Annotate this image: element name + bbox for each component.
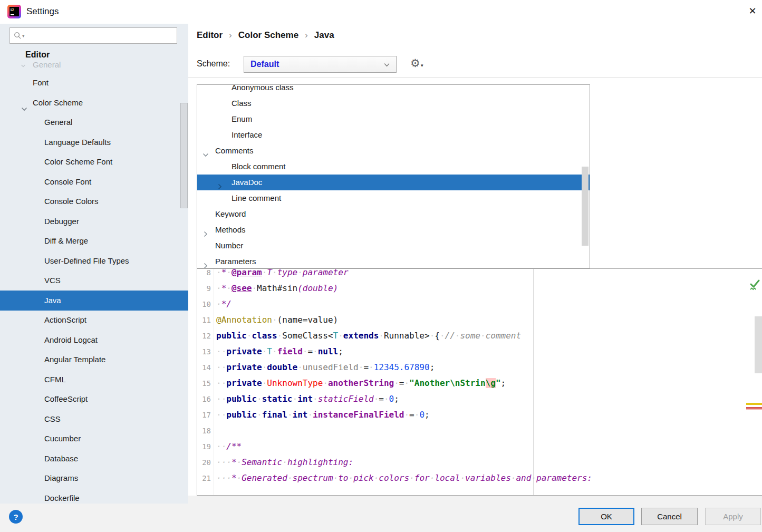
whitespace-dots: ·· xyxy=(216,394,226,404)
code-token-plain: ·=· xyxy=(359,362,374,372)
list-item-comments[interactable]: Comments xyxy=(197,143,590,159)
sidebar-item-language-defaults[interactable]: Language Defaults xyxy=(0,132,188,152)
sidebar-item-css[interactable]: CSS xyxy=(0,409,188,429)
code-line-21[interactable]: 21···*·Generated·spectrum·to·pick·colors… xyxy=(197,470,762,486)
sidebar-item-diagrams[interactable]: Diagrams xyxy=(0,468,188,488)
code-token-plain: ·SomeClass< xyxy=(277,331,333,341)
list-item-class[interactable]: Class xyxy=(197,95,590,111)
list-item-parameters[interactable]: Parameters xyxy=(197,254,590,268)
editor-scrollbar-thumb[interactable] xyxy=(755,316,762,373)
ok-button[interactable]: OK xyxy=(578,508,634,525)
code-line-19[interactable]: 19··/** xyxy=(197,439,762,454)
close-button[interactable]: ✕ xyxy=(744,2,761,20)
help-button[interactable]: ? xyxy=(9,510,23,524)
whitespace-dots: ·· xyxy=(216,362,226,372)
code-line-16[interactable]: 16··public·static·int·staticField·=·0; xyxy=(197,391,762,407)
scheme-settings-button[interactable]: ⚙ ▾ xyxy=(409,56,428,73)
sidebar-item-vcs[interactable]: VCS xyxy=(0,270,188,291)
list-item-line-comment[interactable]: Line comment xyxy=(197,190,590,206)
sidebar-item-cfml[interactable]: CFML xyxy=(0,370,188,390)
list-scrollbar-thumb[interactable] xyxy=(582,167,589,246)
code-token-doc: ·T·type·parameter xyxy=(262,268,349,277)
whitespace-dots: · xyxy=(272,315,277,325)
sidebar-header-editor[interactable]: Editor xyxy=(25,50,50,60)
sidebar-item-console-colors[interactable]: Console Colors xyxy=(0,191,188,211)
whitespace-dots: · xyxy=(359,362,364,372)
apply-button[interactable]: Apply xyxy=(705,508,761,525)
sidebar-item-android-logcat[interactable]: Android Logcat xyxy=(0,330,188,350)
cancel-button[interactable]: Cancel xyxy=(641,508,698,525)
code-text: ··public·final·int·instanceFinalField·=·… xyxy=(216,410,430,420)
sidebar-item-actionscript[interactable]: ActionScript xyxy=(0,310,188,330)
sidebar-item-color-scheme[interactable]: Color Scheme xyxy=(0,93,188,113)
sidebar-item-label: CSS xyxy=(44,409,61,429)
list-item-anonymous-class[interactable]: Anonymous class xyxy=(197,84,590,95)
scheme-select[interactable]: Default xyxy=(244,56,397,73)
sidebar-item-color-scheme-font[interactable]: Color Scheme Font xyxy=(0,152,188,172)
sidebar-item-user-defined-file-types[interactable]: User-Defined File Types xyxy=(0,251,188,271)
chevron-right-icon[interactable] xyxy=(202,258,209,268)
list-item-enum[interactable]: Enum xyxy=(197,111,590,127)
code-line-17[interactable]: 17··public·final·int·instanceFinalField·… xyxy=(197,407,762,423)
search-dropdown-arrow-icon[interactable]: ▾ xyxy=(22,33,25,38)
code-token-unused: unusedField xyxy=(303,362,359,372)
sidebar-item-coffeescript[interactable]: CoffeeScript xyxy=(0,389,188,409)
code-token-doc: ·*/ xyxy=(216,299,232,309)
line-number: 14 xyxy=(197,360,211,375)
whitespace-dots: · xyxy=(262,346,267,356)
sidebar-scrollbar-thumb[interactable] xyxy=(180,103,188,208)
code-line-20[interactable]: 20···*·Semantic·highlighting: xyxy=(197,454,762,470)
code-line-10[interactable]: 10·*/ xyxy=(197,296,762,312)
list-item-methods[interactable]: Methods xyxy=(197,222,590,238)
code-token-doc: ·*· xyxy=(216,283,232,293)
line-number: 8 xyxy=(197,268,211,280)
settings-search[interactable]: ▾ xyxy=(9,27,177,44)
whitespace-dots: · xyxy=(262,362,267,372)
list-item-keyword[interactable]: Keyword xyxy=(197,206,590,222)
code-token-plain: · xyxy=(262,362,267,372)
code-line-18[interactable]: 18 xyxy=(197,423,762,439)
list-item-javadoc[interactable]: JavaDoc xyxy=(197,175,590,190)
whitespace-dots: · xyxy=(430,331,435,341)
code-text: ·*·@param·T·type·parameter xyxy=(216,268,349,277)
code-preview[interactable]: 8·*·@param·T·type·parameter9·*·@see·Math… xyxy=(197,268,762,496)
list-item-number[interactable]: Number xyxy=(197,238,590,254)
code-line-14[interactable]: 14··private·double·unusedField·=·12345.6… xyxy=(197,360,762,375)
list-item-label: Anonymous class xyxy=(232,84,294,95)
code-token-doc: ···*·Semantic·highlighting: xyxy=(216,457,353,467)
code-text: ··public·static·int·staticField·=·0; xyxy=(216,394,399,404)
code-token-str: "Another\nStrin xyxy=(409,378,486,388)
sidebar-item-label: Diagrams xyxy=(44,468,78,488)
search-icon xyxy=(14,32,22,40)
sidebar-item-database[interactable]: Database xyxy=(0,449,188,469)
inspection-status-icon[interactable] xyxy=(749,278,761,291)
code-line-11[interactable]: 11@Annotation·(name=value) xyxy=(197,312,762,328)
code-token-fld: anotherString xyxy=(328,378,394,388)
line-number: 15 xyxy=(197,375,211,391)
search-input[interactable] xyxy=(28,29,177,42)
code-token-plain: · xyxy=(272,346,277,356)
whitespace-dots: · xyxy=(307,410,313,420)
code-line-15[interactable]: 15··private·UnknownType·anotherString·=·… xyxy=(197,375,762,391)
list-item-block-comment[interactable]: Block comment xyxy=(197,159,590,175)
code-line-12[interactable]: 12public·class·SomeClass<T·extends·Runna… xyxy=(197,328,762,344)
list-item-interface[interactable]: Interface xyxy=(197,127,590,143)
sidebar-item-debugger[interactable]: Debugger xyxy=(0,211,188,231)
code-line-9[interactable]: 9·*·@see·Math#sin(double) xyxy=(197,280,762,296)
code-line-13[interactable]: 13··private·T·field·=·null; xyxy=(197,344,762,360)
whitespace-dots: ·· xyxy=(216,346,226,356)
sidebar-item-general-faded[interactable]: General xyxy=(0,59,188,71)
sidebar-item-general[interactable]: General xyxy=(0,112,188,132)
sidebar-item-dockerfile[interactable]: Dockerfile xyxy=(0,488,188,504)
sidebar-item-angular-template[interactable]: Angular Template xyxy=(0,350,188,370)
element-list-rows: Anonymous classClassEnumInterfaceComment… xyxy=(197,84,590,268)
sidebar-item-cucumber[interactable]: Cucumber xyxy=(0,429,188,449)
code-line-8[interactable]: 8·*·@param·T·type·parameter xyxy=(197,268,762,280)
sidebar-item-console-font[interactable]: Console Font xyxy=(0,172,188,192)
code-token-doctag: @param xyxy=(232,268,262,277)
code-token-plain: ; xyxy=(394,394,399,404)
sidebar-item-java[interactable]: Java xyxy=(0,291,188,311)
sidebar-item-font[interactable]: Font xyxy=(0,73,188,93)
sidebar-item-diff-merge[interactable]: Diff & Merge xyxy=(0,231,188,251)
stripe-mark-warning[interactable] xyxy=(746,403,762,405)
